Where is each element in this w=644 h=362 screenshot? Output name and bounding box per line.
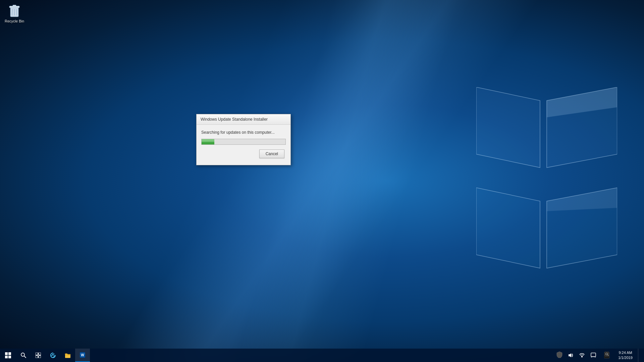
dialog-body: Searching for updates on this computer..… <box>197 125 290 165</box>
progress-bar-container <box>201 139 286 145</box>
svg-rect-8 <box>13 5 16 6</box>
recycle-bin-icon[interactable]: Recycle Bin <box>3 3 26 23</box>
network-icon <box>579 353 585 358</box>
clock-time: 9:24 AM <box>619 350 632 355</box>
task-view-button[interactable] <box>31 349 46 362</box>
cancel-button[interactable]: Cancel <box>259 149 284 158</box>
svg-rect-15 <box>8 356 11 358</box>
action-center-button[interactable] <box>589 349 598 362</box>
svg-marker-0 <box>476 87 540 168</box>
notification-brand[interactable] <box>602 352 613 359</box>
dialog-footer: Cancel <box>201 149 286 161</box>
show-desktop-button[interactable] <box>638 349 641 362</box>
brand-icon <box>604 352 611 359</box>
svg-line-17 <box>24 356 26 358</box>
search-button[interactable] <box>16 349 31 362</box>
start-icon <box>5 352 11 358</box>
svg-rect-14 <box>5 356 8 358</box>
app-icon: W <box>79 352 86 358</box>
svg-rect-19 <box>39 353 41 355</box>
explorer-icon <box>65 352 71 358</box>
shield-icon <box>556 351 562 358</box>
svg-rect-26 <box>581 356 583 357</box>
recycle-bin-graphic <box>8 3 21 17</box>
start-button[interactable] <box>0 349 16 362</box>
dialog-titlebar: Windows Update Standalone Installer <box>197 114 290 125</box>
windows-update-dialog: Windows Update Standalone Installer Sear… <box>196 114 291 165</box>
dialog-title: Windows Update Standalone Installer <box>201 117 268 122</box>
security-icon[interactable] <box>555 351 564 360</box>
dialog-message: Searching for updates on this computer..… <box>201 130 286 135</box>
svg-rect-12 <box>5 352 8 355</box>
tray-icons <box>552 349 601 362</box>
windows-logo-decoration <box>476 87 617 275</box>
progress-bar <box>202 139 214 144</box>
clock-date: 1/1/2019 <box>618 355 633 360</box>
taskbar: W <box>0 349 644 362</box>
system-tray: 9:24 AM 1/1/2019 <box>552 349 644 362</box>
svg-marker-2 <box>476 188 540 268</box>
svg-marker-25 <box>569 353 571 357</box>
edge-icon <box>50 352 56 358</box>
action-center-icon <box>591 353 596 358</box>
svg-rect-27 <box>591 353 596 357</box>
svg-rect-20 <box>36 356 38 358</box>
svg-rect-21 <box>39 356 41 358</box>
network-button[interactable] <box>577 349 587 362</box>
active-app-button[interactable]: W <box>75 349 90 362</box>
volume-button[interactable] <box>566 349 575 362</box>
desktop: Recycle Bin Windows Update Standalone In… <box>0 0 644 362</box>
svg-marker-5 <box>547 188 617 211</box>
svg-marker-1 <box>547 87 617 168</box>
file-explorer-button[interactable] <box>60 349 75 362</box>
svg-text:W: W <box>81 353 84 357</box>
recycle-bin-label: Recycle Bin <box>5 19 24 23</box>
task-view-icon <box>36 353 41 358</box>
svg-marker-3 <box>547 188 617 268</box>
clock[interactable]: 9:24 AM 1/1/2019 <box>614 350 637 361</box>
svg-rect-18 <box>36 353 38 355</box>
search-icon <box>21 353 26 358</box>
svg-rect-13 <box>8 352 11 355</box>
volume-icon <box>568 353 573 358</box>
svg-marker-4 <box>547 87 617 117</box>
edge-browser-button[interactable] <box>46 349 60 362</box>
